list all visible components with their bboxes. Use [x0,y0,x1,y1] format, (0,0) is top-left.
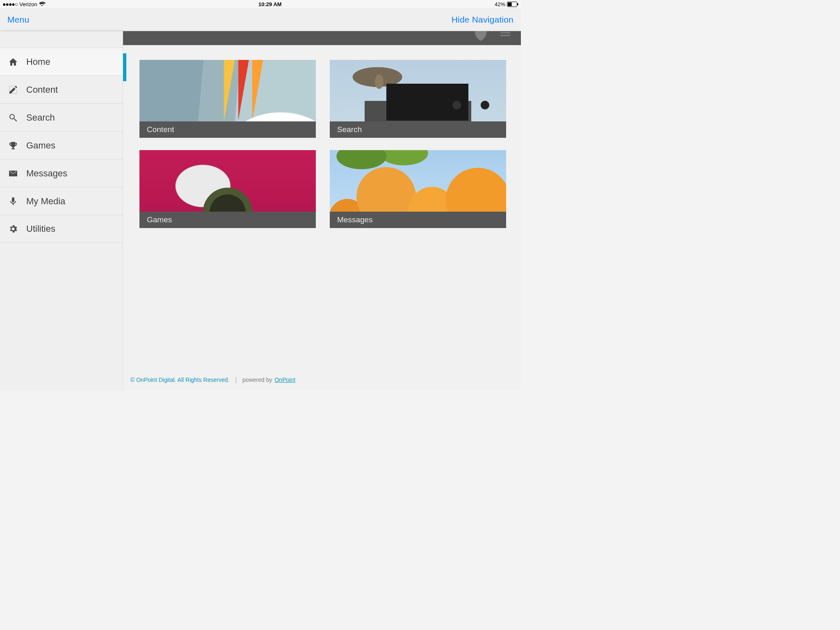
app-navbar: Menu Hide Navigation [0,8,521,31]
svg-rect-2 [517,3,518,5]
sidebar-item-label: Games [26,140,55,151]
page-content: Content Search Games Messages © OnPoint … [123,31,521,390]
wifi-icon [39,2,46,7]
sidebar-item-search[interactable]: Search [0,103,123,131]
sidebar-item-messages[interactable]: Messages [0,159,123,187]
menu-button[interactable]: Menu [7,15,29,25]
sidebar: Home Content Search Games Messages [0,31,123,390]
tile-search[interactable]: Search [330,60,506,138]
footer-powered-prefix: powered by [242,377,272,383]
battery-icon [507,2,518,7]
tile-games[interactable]: Games [139,150,316,228]
footer-powered-link[interactable]: OnPoint [274,377,295,383]
sidebar-item-label: Utilities [26,224,55,234]
sidebar-item-my-media[interactable]: My Media [0,187,123,215]
tile-caption: Messages [330,212,506,228]
edit-icon [7,85,19,95]
battery-percent: 42% [495,1,505,7]
home-icon [7,57,19,67]
search-icon [7,113,19,123]
sidebar-item-utilities[interactable]: Utilities [0,215,123,243]
svg-rect-1 [508,2,512,6]
carrier-label: Verizon [19,1,37,7]
sidebar-item-label: Messages [26,168,67,179]
clock-label: 10:29 AM [258,1,282,7]
sidebar-item-label: Search [26,112,55,123]
mic-icon [7,196,19,206]
tile-content[interactable]: Content [139,60,316,138]
page-header-band [123,31,521,45]
sidebar-item-label: Content [26,84,58,95]
sidebar-item-content[interactable]: Content [0,75,123,103]
active-indicator [123,53,126,81]
sidebar-item-games[interactable]: Games [0,131,123,159]
shield-icon [472,31,489,41]
footer: © OnPoint Digital. All Rights Reserved. … [123,371,521,390]
tile-caption: Games [139,212,316,228]
footer-copyright: © OnPoint Digital. All Rights Reserved. [130,377,229,383]
trophy-icon [7,141,19,151]
hide-navigation-button[interactable]: Hide Navigation [452,15,514,25]
hamburger-icon [497,31,514,41]
tile-caption: Content [139,121,316,138]
signal-strength-icon: ●●●●○ [2,1,18,7]
gear-icon [7,224,19,234]
sidebar-item-label: Home [26,57,50,67]
footer-separator: | [235,377,237,383]
tile-caption: Search [330,121,506,138]
sidebar-item-label: My Media [26,196,65,207]
tile-messages[interactable]: Messages [330,150,506,228]
sidebar-item-home[interactable]: Home [0,48,123,75]
envelope-icon [7,169,19,178]
status-bar: ●●●●○ Verizon 10:29 AM 42% [0,0,521,8]
